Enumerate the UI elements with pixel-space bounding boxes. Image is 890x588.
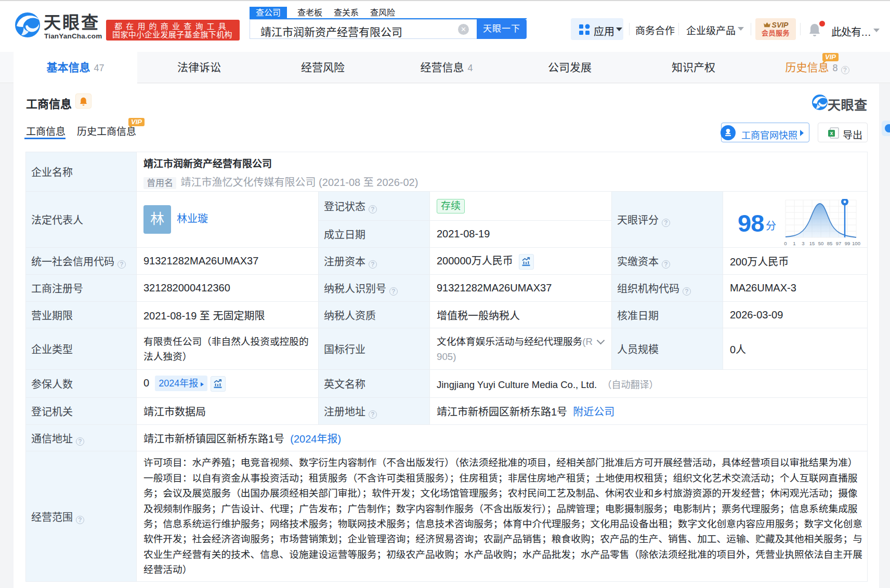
- svg-text:1: 1: [793, 240, 795, 246]
- svg-text:99: 99: [845, 240, 850, 246]
- svg-text:3: 3: [802, 240, 804, 246]
- svg-text:85: 85: [827, 240, 833, 246]
- svg-text:97: 97: [836, 240, 842, 246]
- svg-text:0: 0: [784, 240, 787, 246]
- svg-text:100: 100: [852, 240, 860, 246]
- svg-text:50: 50: [818, 240, 824, 246]
- svg-text:x: x: [830, 130, 833, 136]
- svg-text:15: 15: [809, 240, 815, 246]
